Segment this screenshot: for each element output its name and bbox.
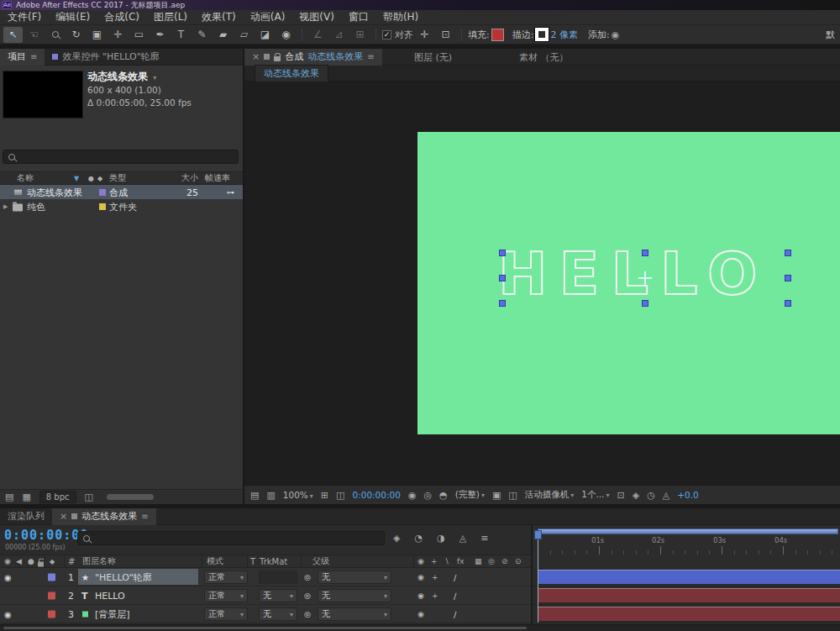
column-number[interactable]: #	[68, 557, 75, 566]
menu-effect[interactable]: 效果(T)	[202, 10, 236, 24]
mask-visibility-icon[interactable]: ✛	[415, 27, 434, 43]
switch-fx-icon[interactable]: fx	[457, 557, 465, 565]
flowchart-icon[interactable]: ◬	[663, 490, 669, 501]
current-timecode[interactable]: 0:00:00:00	[4, 528, 88, 543]
menu-view[interactable]: 视图(V)	[299, 10, 334, 24]
switch-toggle[interactable]: +	[432, 573, 438, 581]
switch-toggle[interactable]: +	[432, 592, 438, 600]
project-item-folder[interactable]: ▶ 纯色 文件夹	[0, 199, 243, 213]
menu-composition[interactable]: 合成(C)	[104, 10, 139, 24]
current-time-indicator-handle[interactable]	[534, 530, 542, 539]
trash-icon[interactable]: ◫	[85, 492, 93, 502]
checkbox-checked-icon[interactable]: ✓	[382, 30, 391, 39]
transparency-grid-icon[interactable]: ◫	[508, 490, 517, 501]
pixel-aspect-icon[interactable]: ⊡	[617, 490, 624, 501]
pan-behind-tool-icon[interactable]: ✛	[108, 27, 128, 43]
eye-icon[interactable]: ◉	[4, 557, 11, 565]
list-view-icon[interactable]: ▤	[5, 492, 13, 502]
always-preview-icon[interactable]: ▤	[250, 490, 259, 501]
column-name[interactable]: 名称	[17, 172, 34, 184]
axis-mode-view-icon[interactable]: ⊞	[350, 27, 370, 43]
tab-timeline-comp[interactable]: × 动态线条效果 ≡	[52, 508, 156, 525]
selection-handle[interactable]	[785, 275, 791, 281]
switch-toggle[interactable]: ◉	[417, 573, 424, 581]
stroke-width-value[interactable]: 2 像素	[550, 29, 578, 41]
audio-icon[interactable]: ◀	[16, 557, 22, 565]
quality-toggle[interactable]: ∕	[454, 572, 456, 581]
layer-duration-bar[interactable]	[538, 588, 840, 602]
tab-footage-viewer[interactable]: 素材 （无）	[512, 49, 576, 66]
eye-toggle[interactable]: ◉	[4, 572, 12, 581]
expander-icon[interactable]: ▶	[3, 203, 8, 210]
panel-menu-icon[interactable]: ≡	[141, 512, 148, 521]
mini-timeline-icon[interactable]: ◷	[647, 490, 655, 501]
parent-select[interactable]: 无▾	[318, 571, 391, 584]
column-size[interactable]: 大小	[181, 172, 198, 184]
layer-row-3[interactable]: ◉ 3 [背景层] 正常▾ 无▾ ◎ 无▾ ◉ ∕	[0, 605, 531, 623]
layer-name[interactable]: HELLO	[95, 590, 125, 601]
draft-3d-icon[interactable]: ◔	[414, 533, 423, 544]
view-layout-select[interactable]: 1个...▾	[581, 489, 609, 501]
tab-layer-viewer[interactable]: 图层 (无)	[407, 49, 459, 66]
layer-name[interactable]: [背景层]	[95, 607, 130, 620]
camera-view-select[interactable]: 活动摄像机▾	[525, 489, 575, 501]
tab-project[interactable]: 项目 ≡	[0, 49, 45, 66]
layer-track-2[interactable]	[533, 586, 840, 605]
timeline-track-area[interactable]: 01s 02s 03s 04s	[531, 525, 840, 624]
switch-toggle[interactable]: ◉	[417, 610, 424, 618]
parent-select[interactable]: 无▾	[318, 589, 391, 602]
label-color-chip[interactable]	[48, 592, 55, 599]
column-layer-name[interactable]: 图层名称	[82, 555, 116, 567]
rotation-tool-icon[interactable]: ↻	[66, 27, 86, 43]
timeline-search-input[interactable]	[94, 534, 379, 544]
fill-color-swatch[interactable]	[491, 29, 504, 41]
pickwhip-icon[interactable]: ◎	[304, 592, 311, 600]
selection-handle[interactable]	[499, 275, 506, 281]
quality-toggle[interactable]: ∕	[454, 609, 456, 618]
new-folder-icon[interactable]: ▦	[22, 492, 30, 502]
switch-collapse-icon[interactable]: +	[431, 557, 438, 565]
close-icon[interactable]: ×	[60, 511, 67, 522]
workspace-label[interactable]: 默	[826, 29, 837, 41]
axis-mode-world-icon[interactable]: ⊿	[329, 27, 349, 43]
flowchart-icon[interactable]: ◈	[393, 533, 400, 544]
trkmat-select[interactable]: 无▾	[259, 607, 297, 621]
horizontal-scrollbar[interactable]	[107, 494, 154, 500]
lock-icon[interactable]	[274, 56, 281, 61]
eraser-tool-icon[interactable]: ▱	[234, 27, 254, 43]
roi-icon[interactable]: ▣	[492, 490, 501, 501]
roto-brush-tool-icon[interactable]: ◪	[255, 27, 275, 43]
comp-timecode[interactable]: 0:00:00:00	[352, 490, 400, 500]
graph-editor-icon[interactable]: ≡	[480, 533, 488, 544]
bit-depth-badge[interactable]: 8 bpc	[39, 491, 76, 503]
resolution-select[interactable]: (完整)▾	[455, 489, 485, 501]
selection-handle[interactable]	[785, 300, 791, 307]
switch-adjustment-icon[interactable]: ⊘	[501, 557, 508, 565]
composition-canvas[interactable]: HELLO	[417, 132, 840, 434]
menu-animation[interactable]: 动画(A)	[250, 10, 286, 24]
tab-effect-controls[interactable]: 效果控件 "HELLO"轮廓	[45, 49, 166, 66]
zoom-select[interactable]: 100%▾	[283, 490, 313, 500]
label-color-chip[interactable]	[48, 573, 55, 581]
column-parent[interactable]: 父级	[312, 555, 329, 567]
pickwhip-icon[interactable]: ◎	[304, 610, 311, 618]
grid-toggle-icon[interactable]: ⊡	[436, 27, 455, 43]
selection-handle[interactable]	[642, 250, 648, 256]
grid-options-icon[interactable]: ⊞	[321, 490, 328, 501]
selection-handle[interactable]	[642, 300, 648, 307]
layer-duration-bar[interactable]	[538, 570, 840, 584]
column-mode[interactable]: 模式	[207, 555, 223, 567]
hand-tool-icon[interactable]: ☜	[24, 27, 44, 43]
panel-menu-icon[interactable]: ≡	[30, 52, 37, 61]
fast-preview-icon[interactable]: ◈	[633, 490, 639, 501]
column-trkmat[interactable]: TrkMat	[260, 557, 287, 566]
selection-handle[interactable]	[785, 250, 791, 256]
scrollbar-thumb[interactable]	[3, 626, 528, 630]
composition-viewer[interactable]: HELLO	[244, 82, 840, 485]
stroke-color-swatch[interactable]	[535, 28, 549, 41]
project-search[interactable]	[3, 150, 239, 164]
blend-mode-select[interactable]: 正常▾	[204, 607, 248, 621]
selection-handle[interactable]	[499, 300, 506, 307]
axis-mode-local-icon[interactable]: ∠	[308, 27, 328, 43]
chevron-down-icon[interactable]: ▾	[153, 74, 156, 82]
